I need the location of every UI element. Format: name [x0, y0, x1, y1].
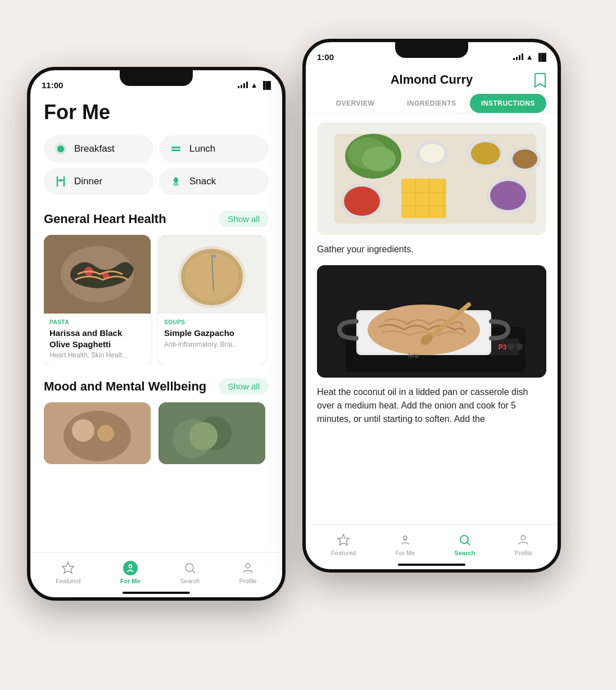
- svg-point-51: [420, 144, 445, 163]
- featured-icon-left: [61, 561, 75, 575]
- svg-point-28: [185, 564, 193, 571]
- nav-featured-right[interactable]: Featured: [331, 533, 356, 556]
- soup-image: [158, 235, 265, 314]
- svg-point-43: [344, 187, 380, 216]
- forme-label-left: For Me: [120, 578, 141, 584]
- featured-icon-right: [336, 533, 351, 547]
- recipe-header: Almond Curry: [306, 72, 558, 94]
- dinner-icon: [53, 174, 69, 189]
- soup-name: Simple Gazpacho: [164, 328, 260, 339]
- svg-point-47: [471, 142, 500, 165]
- bookmark-button[interactable]: [534, 72, 546, 92]
- soup-tag: SOUPS: [164, 319, 260, 325]
- bottom-nav-left: Featured For Me: [30, 552, 282, 597]
- signal-icon: [238, 81, 248, 88]
- svg-marker-65: [338, 534, 349, 545]
- nav-search-right[interactable]: Search: [455, 533, 475, 556]
- right-screen: Almond Curry OVERVIEW INGREDIENTS INSTRU…: [306, 67, 558, 569]
- pasta-card-body: PASTA Harissa and Black Olive Spaghetti …: [44, 314, 151, 365]
- svg-point-67: [460, 535, 468, 543]
- left-content: For Me Breakfast Lunch: [30, 95, 282, 597]
- svg-point-27: [130, 568, 131, 569]
- search-icon-left: [183, 561, 197, 575]
- recipe-scroll: Gather your ingredients. P3: [306, 122, 558, 435]
- dinner-label: Dinner: [74, 176, 102, 187]
- mood-card-2[interactable]: [158, 402, 265, 464]
- home-indicator-left: [123, 592, 190, 594]
- lunch-icon: [168, 141, 184, 157]
- svg-rect-2: [171, 147, 180, 148]
- svg-text:P3: P3: [499, 343, 507, 351]
- svg-point-20: [97, 425, 114, 442]
- lunch-label: Lunch: [189, 143, 215, 155]
- svg-point-19: [72, 419, 94, 442]
- search-label-right: Search: [455, 550, 475, 556]
- svg-point-6: [173, 183, 179, 186]
- breakfast-icon: [53, 141, 69, 157]
- search-label-left: Search: [180, 578, 200, 584]
- svg-point-1: [57, 146, 64, 152]
- forme-icon-left: [123, 561, 138, 575]
- section-header-heart: General Heart Health Show all: [44, 211, 269, 227]
- mood-card-1[interactable]: [44, 402, 151, 464]
- step-1-text: Gather your ingredients.: [317, 243, 546, 256]
- svg-point-16: [211, 255, 216, 258]
- nav-forme-right[interactable]: For Me: [395, 533, 415, 556]
- recipe-card-soup[interactable]: SOUPS Simple Gazpacho Anti-Inflammatory,…: [158, 235, 265, 365]
- search-icon-right: [458, 533, 472, 547]
- svg-point-58: [516, 343, 523, 350]
- home-indicator-right: [398, 564, 465, 566]
- meal-chip-snack[interactable]: Snack: [159, 168, 269, 195]
- show-all-heart-btn[interactable]: Show all: [219, 211, 269, 227]
- svg-point-35: [362, 147, 396, 171]
- page-title-left: For Me: [44, 101, 269, 124]
- right-content: Almond Curry OVERVIEW INGREDIENTS INSTRU…: [306, 67, 558, 569]
- pasta-name: Harissa and Black Olive Spaghetti: [49, 328, 145, 349]
- svg-rect-36: [401, 179, 446, 218]
- svg-text:Tefal: Tefal: [407, 353, 419, 359]
- status-icons-left: ▲ ▐█: [238, 81, 271, 89]
- featured-label-right: Featured: [331, 550, 356, 556]
- signal-icon-right: [513, 53, 523, 60]
- left-phone: 11:00 ▲ ▐█ For Me: [27, 67, 286, 601]
- svg-marker-25: [62, 562, 74, 573]
- tab-overview[interactable]: OVERVIEW: [317, 94, 393, 113]
- soup-card-body: SOUPS Simple Gazpacho Anti-Inflammatory,…: [158, 314, 265, 354]
- ingredients-image: [317, 122, 546, 235]
- show-all-mood-btn[interactable]: Show all: [219, 378, 269, 394]
- meal-chip-lunch[interactable]: Lunch: [159, 135, 269, 162]
- svg-point-49: [513, 149, 537, 169]
- section-header-mood: Mood and Mental Wellbeing Show all: [44, 378, 269, 394]
- svg-point-26: [129, 565, 132, 568]
- profile-icon-left: [241, 561, 255, 575]
- nav-profile-right[interactable]: Profile: [515, 533, 532, 556]
- svg-line-68: [467, 542, 470, 545]
- right-phone: 1:00 ▲ ▐█ Almond Curry: [302, 39, 561, 573]
- mood-cards: [44, 402, 269, 464]
- forme-label-right: For Me: [395, 550, 415, 556]
- meal-chip-breakfast[interactable]: Breakfast: [44, 135, 153, 162]
- profile-label-right: Profile: [515, 550, 532, 556]
- profile-label-left: Profile: [239, 578, 257, 584]
- bottom-nav-right: Featured For Me: [306, 524, 558, 569]
- pasta-sub: Heart Health, Skin Healt...: [49, 351, 145, 359]
- status-icons-right: ▲ ▐█: [513, 53, 546, 61]
- battery-icon-right: ▐█: [536, 53, 546, 61]
- profile-icon-right: [516, 533, 531, 547]
- time-right: 1:00: [317, 52, 334, 62]
- meal-chip-dinner[interactable]: Dinner: [44, 168, 153, 195]
- breakfast-label: Breakfast: [74, 143, 115, 155]
- recipe-title: Almond Curry: [391, 72, 473, 87]
- tab-ingredients[interactable]: INGREDIENTS: [393, 94, 470, 113]
- recipe-cards-heart: PASTA Harissa and Black Olive Spaghetti …: [44, 235, 269, 365]
- nav-search-left[interactable]: Search: [180, 561, 200, 584]
- tab-instructions[interactable]: INSTRUCTIONS: [470, 94, 546, 113]
- nav-featured-left[interactable]: Featured: [56, 561, 80, 584]
- recipe-card-pasta[interactable]: PASTA Harissa and Black Olive Spaghetti …: [44, 235, 151, 365]
- nav-forme-left[interactable]: For Me: [120, 561, 141, 584]
- nav-profile-left[interactable]: Profile: [239, 561, 257, 584]
- pasta-image: [44, 235, 151, 314]
- pasta-tag: PASTA: [49, 319, 145, 325]
- svg-point-57: [508, 343, 514, 350]
- svg-rect-3: [171, 149, 180, 151]
